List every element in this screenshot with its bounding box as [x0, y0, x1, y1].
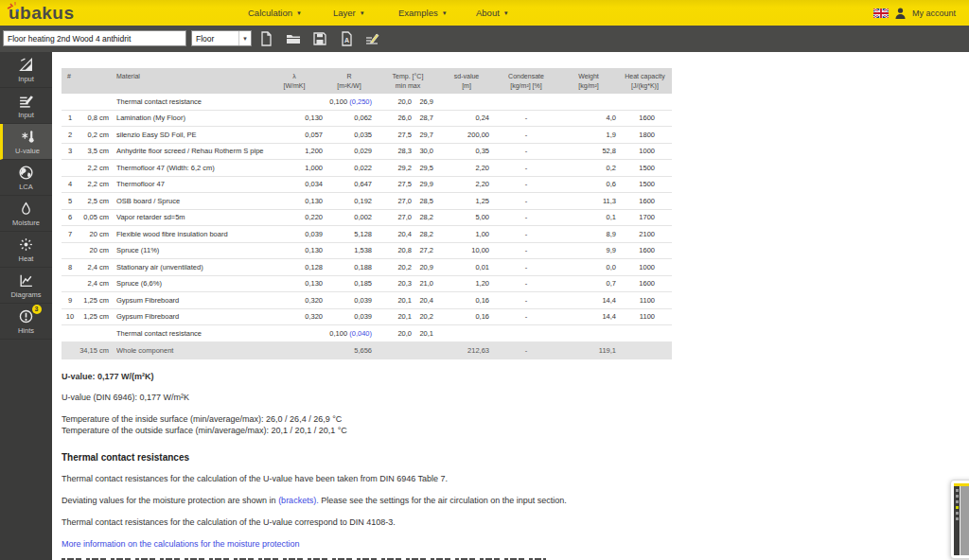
moisture-info-link[interactable]: More information on the calculations for… — [62, 539, 300, 549]
cell-heat: 1100 — [618, 312, 672, 321]
cell-lam: 0,057 — [266, 131, 323, 139]
sidebar: Input Input U-value LCA Moisture — [0, 52, 52, 560]
table-row: 10,8 cmLamination (My Floor)0,1300,06226… — [62, 111, 672, 128]
sidebar-item-diagrams[interactable]: Diagrams — [0, 268, 52, 304]
cell-r: 5,656 — [323, 346, 376, 355]
cell-mat: Thermal contact resistance — [116, 97, 266, 106]
cell-mat: Spruce (6,6%) — [116, 279, 266, 288]
cell-r: 0,185 — [323, 279, 376, 288]
save-icon[interactable] — [311, 30, 328, 47]
cell-tmax: 20,1 — [415, 329, 440, 338]
line-chart-icon — [18, 272, 35, 289]
cell-cond: - — [493, 180, 559, 188]
sidebar-item-moisture[interactable]: Moisture — [0, 196, 52, 232]
cell-r: 0,039 — [323, 296, 376, 305]
deviating-value: (0,040) — [347, 329, 372, 338]
cell-mat: OSB board / Spruce — [116, 197, 266, 205]
cell-wgt: 8,9 — [559, 230, 618, 238]
cell-num: 1 — [62, 114, 79, 122]
cell-heat: 1600 — [618, 114, 672, 122]
menu-about[interactable]: About▼ — [476, 0, 509, 26]
table-row: 2,2 cmThermofloor 47 (Width: 6,2 cm)1,00… — [62, 160, 672, 177]
chevron-down-icon: ▼ — [442, 1, 448, 26]
logo-sparks-icon — [5, 0, 24, 13]
cell-lam: 0,039 — [266, 230, 323, 238]
brackets-link[interactable]: (brackets). — [278, 496, 319, 505]
cell-lam: 0,130 — [266, 197, 323, 205]
cell-lam: 0,320 — [266, 312, 323, 321]
col-lambda: λ[W/mK] — [266, 72, 323, 91]
cell-tmin: 20,1 — [376, 312, 415, 321]
uk-flag-icon[interactable] — [873, 9, 889, 18]
cell-r: 0,188 — [323, 263, 376, 271]
project-name-input[interactable] — [3, 30, 186, 46]
menu-examples[interactable]: Examples▼ — [398, 0, 448, 26]
chevron-down-icon: ▼ — [296, 1, 302, 26]
cell-sd: 0,01 — [440, 263, 493, 271]
cell-tmin: 27,0 — [376, 213, 415, 221]
layers-table: # Material λ[W/mK] R[m²K/W] Temp. [°C]mi… — [62, 68, 672, 359]
menu-calculation[interactable]: Calculation▼ — [248, 0, 302, 26]
cell-num: 9 — [62, 296, 79, 305]
cell-r: 0,022 — [323, 164, 376, 172]
new-file-icon[interactable] — [257, 30, 274, 47]
cell-tmin: 20,2 — [376, 263, 415, 271]
cell-heat: 1000 — [618, 147, 672, 155]
open-folder-icon[interactable] — [285, 30, 302, 47]
cell-tmax: 28,5 — [415, 197, 440, 205]
my-account-button[interactable]: My account — [912, 9, 956, 18]
sidebar-item-hints[interactable]: 3 Hints — [0, 304, 52, 340]
component-type-select[interactable]: Floor ▼ — [191, 30, 252, 46]
sidebar-item-uvalue[interactable]: U-value — [0, 124, 52, 160]
cell-heat: 1500 — [618, 180, 672, 188]
uvalue-result: U-value: 0,177 W/(m²K) — [62, 372, 969, 381]
table-row: Thermal contact resistance0,100 (0,250)2… — [62, 94, 672, 111]
cell-tmax: 29,5 — [415, 164, 440, 172]
cell-lam: 0,220 — [266, 213, 323, 221]
page-preview-thumbnail[interactable] — [950, 480, 969, 559]
cell-r: 0,039 — [323, 312, 376, 321]
cell-tmin: 27,5 — [376, 131, 415, 139]
cell-r: 0,647 — [323, 180, 376, 188]
cell-tmax: 29,7 — [415, 131, 440, 139]
snowflake-thermometer-icon — [19, 129, 36, 146]
table-row: 60,05 cmVapor retarder sd=5m0,2200,00227… — [62, 210, 672, 227]
cell-sd: 10,00 — [440, 246, 493, 254]
sidebar-item-input-geometry[interactable]: Input — [0, 52, 52, 88]
cell-tmin: 20,8 — [376, 246, 415, 254]
menu-layer[interactable]: Layer▼ — [333, 0, 365, 26]
cell-cond: - — [493, 296, 559, 305]
cell-r: 0,002 — [323, 213, 376, 221]
deviating-value: (0,250) — [347, 97, 372, 106]
cell-wgt: 14,4 — [559, 296, 618, 305]
sun-icon — [18, 236, 35, 254]
cell-lam: 0,130 — [266, 114, 323, 122]
cell-wgt: 0,1 — [559, 213, 618, 221]
cell-sd: 212,63 — [440, 346, 493, 355]
pdf-export-icon[interactable]: A — [338, 30, 355, 47]
cell-num: 7 — [62, 230, 79, 238]
cell-sd: 1,25 — [440, 197, 493, 205]
cell-r: 0,062 — [323, 114, 376, 122]
sidebar-item-input-layers[interactable]: Input — [0, 88, 52, 124]
cell-sd: 1,20 — [440, 279, 493, 288]
edit-signature-icon[interactable] — [363, 30, 380, 47]
cell-sd: 0,16 — [440, 296, 493, 305]
cell-cond: - — [493, 312, 559, 321]
cell-tmax: 28,7 — [415, 114, 440, 122]
cell-cond: - — [493, 263, 559, 271]
ubakus-logo[interactable]: ubakus — [9, 2, 75, 25]
col-condensate: Condensate[kg/m²] [%] — [493, 72, 559, 91]
cell-num: 2 — [62, 131, 79, 139]
cell-thick: 1,25 cm — [79, 296, 109, 305]
surface-temperatures: Temperature of the inside surface (min/a… — [62, 413, 969, 436]
table-row: 52,5 cmOSB board / Spruce0,1300,19227,02… — [62, 193, 672, 210]
cell-mat: Stationary air (unventilated) — [116, 263, 266, 271]
toolbar: Floor ▼ A — [0, 26, 969, 52]
cell-sd: 5,00 — [440, 213, 493, 221]
cell-thick: 2,2 cm — [79, 164, 109, 172]
sidebar-item-heat[interactable]: Heat — [0, 232, 52, 268]
sidebar-item-lca[interactable]: LCA — [0, 160, 52, 196]
cell-num: 5 — [62, 197, 79, 205]
table-row: 42,2 cmThermofloor 470,0340,64727,529,92… — [62, 177, 672, 194]
